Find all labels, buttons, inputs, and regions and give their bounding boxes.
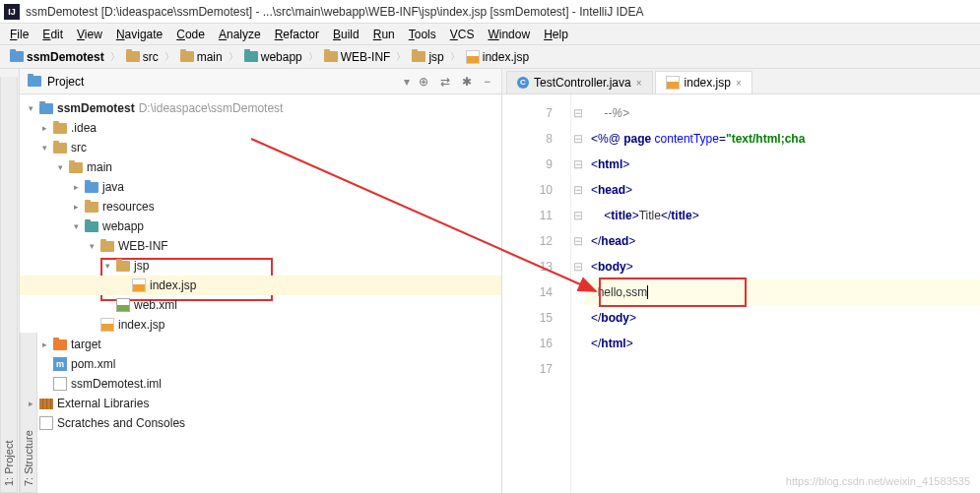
folder-icon (53, 339, 67, 350)
tree-arrow-icon[interactable]: ▸ (71, 182, 81, 192)
collapse-icon[interactable]: ⇄ (437, 75, 453, 89)
tree-item[interactable]: ▾webapp (20, 216, 501, 236)
folder-icon (69, 162, 83, 173)
menu-run[interactable]: Run (367, 26, 401, 43)
tree-arrow-icon[interactable]: ▾ (26, 103, 35, 113)
tree-item[interactable]: index.jsp (20, 276, 501, 295)
menu-help[interactable]: Help (538, 26, 574, 43)
tree-item[interactable]: ▸target (20, 335, 501, 354)
maven-file-icon: m (53, 357, 67, 371)
menu-refactor[interactable]: Refactor (269, 26, 325, 43)
menu-build[interactable]: Build (327, 26, 365, 43)
tree-arrow-icon[interactable]: ▾ (71, 221, 81, 231)
gear-icon[interactable]: ✱ (459, 75, 475, 89)
tree-item[interactable]: ▾main (20, 157, 501, 177)
tree-item[interactable]: ▾src (20, 138, 501, 157)
code-line[interactable]: </html> (585, 331, 980, 356)
fold-column[interactable]: ⊟⊟⊟⊟⊟⊟⊟ (571, 94, 585, 493)
code-line[interactable]: <html> (585, 152, 980, 177)
tree-item[interactable]: ▾ssmDemotest D:\ideaspace\ssmDemotest (20, 98, 501, 118)
jsp-file-icon (132, 278, 146, 292)
tree-arrow-icon[interactable]: ▸ (39, 123, 49, 133)
tree-label: src (71, 141, 87, 154)
tree-item[interactable]: ssmDemotest.iml (20, 374, 501, 394)
tree-item[interactable]: ▸java (20, 177, 501, 197)
fold-icon[interactable]: ⊟ (571, 177, 585, 203)
code-lines[interactable]: --%><%@ page contentType="text/html;cha<… (585, 94, 980, 493)
menu-tools[interactable]: Tools (403, 26, 442, 43)
menu-window[interactable]: Window (482, 26, 536, 43)
file-icon (53, 377, 67, 391)
breadcrumb-item[interactable]: ssmDemotest (6, 48, 108, 66)
tree-item[interactable]: index.jsp (20, 315, 501, 335)
xml-file-icon (116, 298, 130, 312)
code-line[interactable]: <%@ page contentType="text/html;cha (585, 126, 980, 152)
folder-icon (100, 241, 114, 252)
tree-arrow-icon[interactable]: ▸ (26, 399, 35, 408)
tree-arrow-icon[interactable]: ▾ (102, 261, 112, 271)
tree-item[interactable]: ▸External Libraries (20, 394, 501, 413)
menu-view[interactable]: View (71, 26, 108, 43)
fold-icon[interactable]: ⊟ (571, 203, 585, 228)
folder-icon (180, 51, 194, 62)
menu-vcs[interactable]: VCS (444, 26, 481, 43)
code-line[interactable] (585, 356, 980, 382)
code-line[interactable]: hello,ssm (585, 279, 980, 305)
tree-label: .idea (71, 121, 97, 135)
menu-navigate[interactable]: Navigate (110, 26, 168, 43)
breadcrumb-item[interactable]: main (176, 48, 227, 66)
close-icon[interactable]: × (636, 78, 642, 89)
menu-code[interactable]: Code (170, 26, 211, 43)
tree-label: main (87, 160, 112, 174)
editor-tab[interactable]: index.jsp× (655, 71, 752, 93)
project-tree[interactable]: ▾ssmDemotest D:\ideaspace\ssmDemotest▸.i… (20, 94, 501, 493)
chevron-down-icon[interactable]: ▾ (404, 75, 410, 89)
tree-label: target (71, 338, 101, 351)
code-line[interactable]: <head> (585, 177, 980, 203)
gutter: 7891011121314151617 (502, 94, 571, 493)
breadcrumb-sep: 〉 (229, 50, 238, 64)
tree-item[interactable]: Scratches and Consoles (20, 413, 501, 433)
tree-item[interactable]: ▸.idea (20, 118, 501, 138)
code-line[interactable]: </body> (585, 305, 980, 331)
code-line[interactable]: </head> (585, 228, 980, 254)
code-line[interactable]: --%> (585, 100, 980, 126)
menu-analyze[interactable]: Analyze (213, 26, 267, 43)
close-icon[interactable]: × (736, 78, 742, 89)
code-area[interactable]: 7891011121314151617 ⊟⊟⊟⊟⊟⊟⊟ --%><%@ page… (502, 94, 980, 493)
breadcrumb-label: src (143, 50, 159, 64)
breadcrumb-item[interactable]: src (122, 48, 163, 66)
tree-item[interactable]: ▾WEB-INF (20, 236, 501, 256)
tree-item[interactable]: web.xml (20, 295, 501, 315)
breadcrumb-item[interactable]: index.jsp (462, 48, 533, 66)
tree-arrow-icon[interactable]: ▾ (39, 143, 49, 153)
project-tool-tab[interactable]: 1: Project (0, 77, 18, 493)
breadcrumb-label: webapp (261, 50, 302, 64)
breadcrumb-item[interactable]: webapp (240, 48, 306, 66)
fold-icon[interactable]: ⊟ (571, 254, 585, 279)
editor-tab[interactable]: CTestController.java× (506, 71, 653, 93)
folder-icon (244, 51, 258, 62)
line-number: 17 (508, 356, 553, 382)
hide-icon[interactable]: − (481, 75, 493, 89)
fold-icon[interactable]: ⊟ (571, 152, 585, 177)
tree-item[interactable]: ▸resources (20, 197, 501, 216)
expand-icon[interactable]: ⊕ (416, 75, 431, 89)
tree-arrow-icon[interactable]: ▸ (71, 202, 81, 212)
tree-label: ssmDemotest.iml (71, 377, 162, 391)
code-line[interactable]: <body> (585, 254, 980, 279)
tree-arrow-icon[interactable]: ▸ (39, 339, 49, 349)
fold-icon[interactable]: ⊟ (571, 228, 585, 254)
breadcrumb-sep: 〉 (164, 50, 174, 64)
code-line[interactable]: <title>Title</title> (585, 203, 980, 228)
tree-arrow-icon[interactable]: ▾ (87, 241, 97, 251)
tree-item[interactable]: mpom.xml (20, 354, 501, 374)
menu-file[interactable]: File (4, 26, 34, 43)
tree-item[interactable]: ▾jsp (20, 256, 501, 276)
tree-arrow-icon[interactable]: ▾ (55, 162, 65, 172)
menu-edit[interactable]: Edit (36, 26, 69, 43)
breadcrumb-item[interactable]: jsp (408, 48, 447, 66)
fold-icon[interactable]: ⊟ (571, 100, 585, 126)
breadcrumb-item[interactable]: WEB-INF (320, 48, 395, 66)
fold-icon[interactable]: ⊟ (571, 126, 585, 152)
